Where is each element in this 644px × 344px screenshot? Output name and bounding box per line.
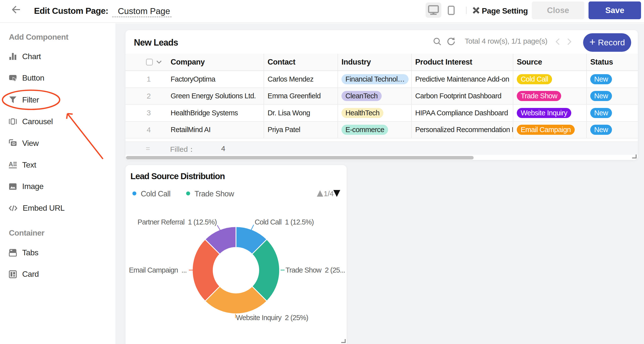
svg-text:A: A	[9, 161, 13, 168]
